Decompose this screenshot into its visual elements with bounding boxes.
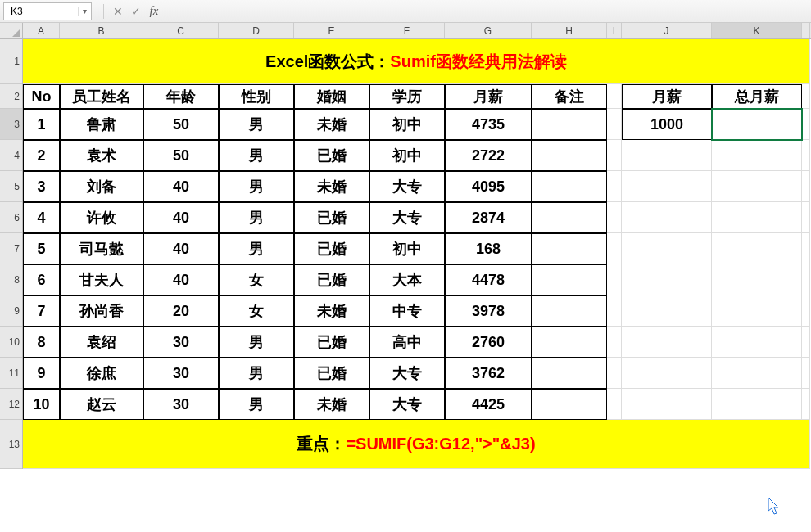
- row-header-6[interactable]: 6: [0, 202, 22, 233]
- confirm-icon[interactable]: ✓: [127, 2, 145, 20]
- cell-edu-10[interactable]: 大专: [369, 389, 445, 420]
- header-note[interactable]: 备注: [532, 84, 607, 109]
- cell-edu-9[interactable]: 大专: [369, 358, 445, 389]
- cell-edu-3[interactable]: 大专: [369, 171, 445, 202]
- cell-edu-1[interactable]: 初中: [369, 109, 445, 140]
- side-header-total[interactable]: 总月薪: [712, 84, 802, 109]
- col-header-C[interactable]: C: [143, 23, 219, 38]
- name-box-dropdown[interactable]: ▾: [78, 7, 91, 16]
- side-total-value[interactable]: [712, 109, 802, 140]
- cell-sal-6[interactable]: 4478: [445, 264, 532, 295]
- name-box[interactable]: [4, 4, 78, 19]
- cell-no-2[interactable]: 2: [23, 140, 60, 171]
- cell-no-1[interactable]: 1: [23, 109, 60, 140]
- cell-sex-6[interactable]: 女: [219, 264, 294, 295]
- col-header-extra[interactable]: [802, 23, 810, 38]
- cell-note-4[interactable]: [532, 202, 607, 233]
- cell-mar-8[interactable]: 已婚: [294, 327, 369, 358]
- cell-name-2[interactable]: 袁术: [60, 140, 143, 171]
- cell-edu-6[interactable]: 大本: [369, 264, 445, 295]
- row-header-3[interactable]: 3: [0, 109, 22, 140]
- cell-no-4[interactable]: 4: [23, 202, 60, 233]
- col-header-J[interactable]: J: [622, 23, 712, 38]
- cell-note-9[interactable]: [532, 358, 607, 389]
- cell-age-3[interactable]: 40: [143, 171, 219, 202]
- cell-edu-7[interactable]: 中专: [369, 295, 445, 327]
- cell-age-10[interactable]: 30: [143, 389, 219, 420]
- header-edu[interactable]: 学历: [369, 84, 445, 109]
- cell-mar-9[interactable]: 已婚: [294, 358, 369, 389]
- cell-age-4[interactable]: 40: [143, 202, 219, 233]
- cell-age-8[interactable]: 30: [143, 327, 219, 358]
- cell-note-10[interactable]: [532, 389, 607, 420]
- cell-sex-9[interactable]: 男: [219, 358, 294, 389]
- col-header-A[interactable]: A: [23, 23, 60, 38]
- cell-sal-3[interactable]: 4095: [445, 171, 532, 202]
- cell-sal-7[interactable]: 3978: [445, 295, 532, 327]
- cell-sex-1[interactable]: 男: [219, 109, 294, 140]
- select-all-corner[interactable]: [0, 23, 23, 39]
- row-header-7[interactable]: 7: [0, 233, 22, 264]
- row-header-9[interactable]: 9: [0, 295, 22, 327]
- cell-edu-2[interactable]: 初中: [369, 140, 445, 171]
- cell-no-10[interactable]: 10: [23, 389, 60, 420]
- row-header-4[interactable]: 4: [0, 140, 22, 171]
- cell-note-5[interactable]: [532, 233, 607, 264]
- cell-mar-4[interactable]: 已婚: [294, 202, 369, 233]
- cell-no-9[interactable]: 9: [23, 358, 60, 389]
- header-sex[interactable]: 性别: [219, 84, 294, 109]
- cell-edu-5[interactable]: 初中: [369, 233, 445, 264]
- cell-no-8[interactable]: 8: [23, 327, 60, 358]
- cell-note-2[interactable]: [532, 140, 607, 171]
- col-header-H[interactable]: H: [532, 23, 607, 38]
- cell-sex-7[interactable]: 女: [219, 295, 294, 327]
- cell-sal-8[interactable]: 2760: [445, 327, 532, 358]
- cancel-icon[interactable]: ✕: [109, 2, 127, 20]
- col-header-G[interactable]: G: [445, 23, 532, 38]
- cell-age-7[interactable]: 20: [143, 295, 219, 327]
- cell-note-8[interactable]: [532, 327, 607, 358]
- header-mar[interactable]: 婚姻: [294, 84, 369, 109]
- cell-mar-1[interactable]: 未婚: [294, 109, 369, 140]
- formula-input[interactable]: [163, 4, 808, 19]
- col-header-E[interactable]: E: [294, 23, 369, 38]
- cell-sex-3[interactable]: 男: [219, 171, 294, 202]
- cell-sal-5[interactable]: 168: [445, 233, 532, 264]
- cell-note-7[interactable]: [532, 295, 607, 327]
- cell-name-10[interactable]: 赵云: [60, 389, 143, 420]
- cell-sex-2[interactable]: 男: [219, 140, 294, 171]
- row-header-8[interactable]: 8: [0, 264, 22, 295]
- side-salary-value[interactable]: 1000: [622, 109, 712, 140]
- col-header-K[interactable]: K: [712, 23, 802, 38]
- cell-age-2[interactable]: 50: [143, 140, 219, 171]
- cell-no-6[interactable]: 6: [23, 264, 60, 295]
- header-sal[interactable]: 月薪: [445, 84, 532, 109]
- cell-age-6[interactable]: 40: [143, 264, 219, 295]
- cell-sal-1[interactable]: 4735: [445, 109, 532, 140]
- cell-name-5[interactable]: 司马懿: [60, 233, 143, 264]
- cell-note-6[interactable]: [532, 264, 607, 295]
- cell-name-1[interactable]: 鲁肃: [60, 109, 143, 140]
- row-header-11[interactable]: 11: [0, 358, 22, 389]
- cell-sex-5[interactable]: 男: [219, 233, 294, 264]
- col-header-F[interactable]: F: [369, 23, 445, 38]
- side-header-salary[interactable]: 月薪: [622, 84, 712, 109]
- col-header-D[interactable]: D: [219, 23, 294, 38]
- cell-edu-8[interactable]: 高中: [369, 327, 445, 358]
- row-header-1[interactable]: 1: [0, 39, 22, 84]
- cell-age-5[interactable]: 40: [143, 233, 219, 264]
- cell-name-3[interactable]: 刘备: [60, 171, 143, 202]
- cell-sex-4[interactable]: 男: [219, 202, 294, 233]
- cell-sal-4[interactable]: 2874: [445, 202, 532, 233]
- header-name[interactable]: 员工姓名: [60, 84, 143, 109]
- cell-age-9[interactable]: 30: [143, 358, 219, 389]
- cell-mar-6[interactable]: 已婚: [294, 264, 369, 295]
- row-header-12[interactable]: 12: [0, 389, 22, 420]
- row-header-5[interactable]: 5: [0, 171, 22, 202]
- cell-mar-2[interactable]: 已婚: [294, 140, 369, 171]
- row-header-2[interactable]: 2: [0, 84, 22, 109]
- cell-no-7[interactable]: 7: [23, 295, 60, 327]
- fx-icon[interactable]: fx: [145, 2, 163, 20]
- cell-mar-3[interactable]: 未婚: [294, 171, 369, 202]
- cell-sal-9[interactable]: 3762: [445, 358, 532, 389]
